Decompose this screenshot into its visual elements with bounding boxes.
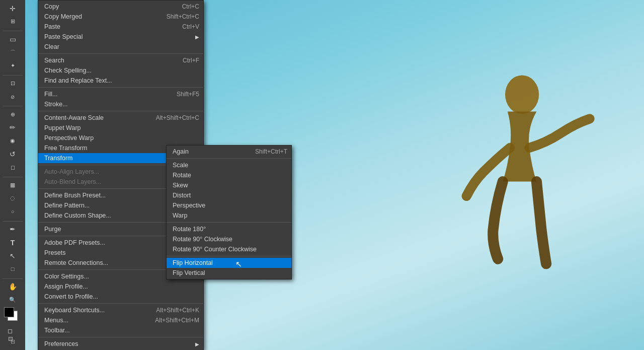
- sep1: [38, 53, 203, 54]
- menu-perspective-warp[interactable]: Perspective Warp: [38, 133, 203, 143]
- tool-artboard[interactable]: ⊞: [6, 15, 20, 28]
- foreground-color-swatch[interactable]: [4, 307, 14, 317]
- menu-puppet-warp[interactable]: Puppet Warp: [38, 123, 203, 133]
- svg-point-0: [505, 75, 539, 114]
- tool-selection-rect[interactable]: ▭: [6, 33, 20, 45]
- tool-pen[interactable]: ✒: [6, 223, 20, 236]
- tool-lasso[interactable]: ⌒: [6, 46, 20, 59]
- menu-toolbar[interactable]: Toolbar...: [38, 325, 203, 335]
- athlete-figure: [372, 28, 614, 350]
- menu-assign-profile[interactable]: Assign Profile...: [38, 282, 203, 292]
- tool-hand[interactable]: ✋: [6, 281, 20, 293]
- submenu-sep3: [167, 256, 291, 256]
- tool-brush[interactable]: ✏: [6, 121, 20, 134]
- submenu-sep1: [167, 158, 291, 159]
- submenu-rotate-90-cw[interactable]: Rotate 90° Clockwise: [167, 234, 291, 244]
- menu-copy-merged[interactable]: Copy Merged Shift+Ctrl+C: [38, 12, 203, 22]
- tool-dodge[interactable]: ○: [6, 205, 20, 218]
- menu-search[interactable]: Search Ctrl+F: [38, 55, 203, 65]
- sep10: [38, 337, 203, 337]
- submenu-sep2: [167, 222, 291, 223]
- toolbar-left: ✛ ⊞ ▭ ⌒ ✦ ⊡ ⊘ ⊕ ✏ ◉ ↺ ◻ ▦ ◌ ○ ✒ T ↖ □ ✋ …: [0, 0, 25, 350]
- menu-stroke[interactable]: Stroke...: [38, 99, 203, 109]
- tool-clone[interactable]: ◉: [6, 134, 20, 147]
- submenu-scale[interactable]: Scale: [167, 160, 291, 170]
- tool-eyedropper[interactable]: ⊘: [6, 90, 20, 103]
- menu-fill[interactable]: Fill... Shift+F5: [38, 89, 203, 99]
- tool-blur[interactable]: ◌: [6, 192, 20, 204]
- tool-type[interactable]: T: [6, 236, 20, 249]
- menu-check-spelling[interactable]: Check Spelling...: [38, 65, 203, 76]
- menu-clear[interactable]: Clear: [38, 42, 203, 52]
- tool-path-select[interactable]: ↖: [6, 249, 20, 262]
- submenu-warp[interactable]: Warp: [167, 211, 291, 221]
- tool-crop[interactable]: ⊡: [6, 77, 20, 90]
- transform-submenu: Again Shift+Ctrl+T Scale Rotate Skew Dis…: [166, 145, 292, 279]
- sep3: [38, 111, 203, 111]
- tool-eraser[interactable]: ◻: [6, 161, 20, 174]
- menu-content-aware[interactable]: Content-Aware Scale Alt+Shift+Ctrl+C: [38, 113, 203, 123]
- color-swatches[interactable]: [4, 307, 21, 323]
- submenu-rotate-180[interactable]: Rotate 180°: [167, 224, 291, 234]
- submenu-distort[interactable]: Distort: [167, 190, 291, 200]
- tool-zoom[interactable]: 🔍: [6, 294, 20, 306]
- tool-magic-wand[interactable]: ✦: [6, 59, 20, 72]
- sep9: [38, 303, 203, 304]
- submenu-rotate[interactable]: Rotate: [167, 170, 291, 180]
- submenu-flip-vertical[interactable]: Flip Vertical: [167, 268, 291, 278]
- menu-menus[interactable]: Menus... Alt+Shift+Ctrl+M: [38, 315, 203, 325]
- menu-paste[interactable]: Paste Ctrl+V: [38, 22, 203, 32]
- menu-copy[interactable]: Copy Ctrl+C: [38, 2, 203, 12]
- screen-mode-btn[interactable]: ⊟: [11, 338, 15, 345]
- sep2: [38, 87, 203, 88]
- submenu-again[interactable]: Again Shift+Ctrl+T: [167, 147, 291, 157]
- tool-gradient[interactable]: ▦: [6, 179, 20, 191]
- submenu-flip-horizontal[interactable]: Flip Horizontal: [167, 258, 291, 268]
- tool-shape[interactable]: □: [6, 263, 20, 275]
- tool-history[interactable]: ↺: [6, 148, 20, 160]
- menu-convert-profile[interactable]: Convert to Profile...: [38, 292, 203, 302]
- submenu-rotate-90-ccw[interactable]: Rotate 90° Counter Clockwise: [167, 244, 291, 254]
- tool-move[interactable]: ✛: [6, 2, 20, 15]
- quick-mask-btn[interactable]: [8, 327, 17, 335]
- menu-paste-special[interactable]: Paste Special ▶: [38, 32, 203, 42]
- menu-find-replace[interactable]: Find and Replace Text...: [38, 76, 203, 86]
- menu-preferences[interactable]: Preferences ▶: [38, 339, 203, 349]
- tool-heal[interactable]: ⊕: [6, 108, 20, 120]
- menu-keyboard-shortcuts[interactable]: Keyboard Shortcuts... Alt+Shift+Ctrl+K: [38, 305, 203, 315]
- submenu-skew[interactable]: Skew: [167, 180, 291, 190]
- submenu-perspective[interactable]: Perspective: [167, 200, 291, 211]
